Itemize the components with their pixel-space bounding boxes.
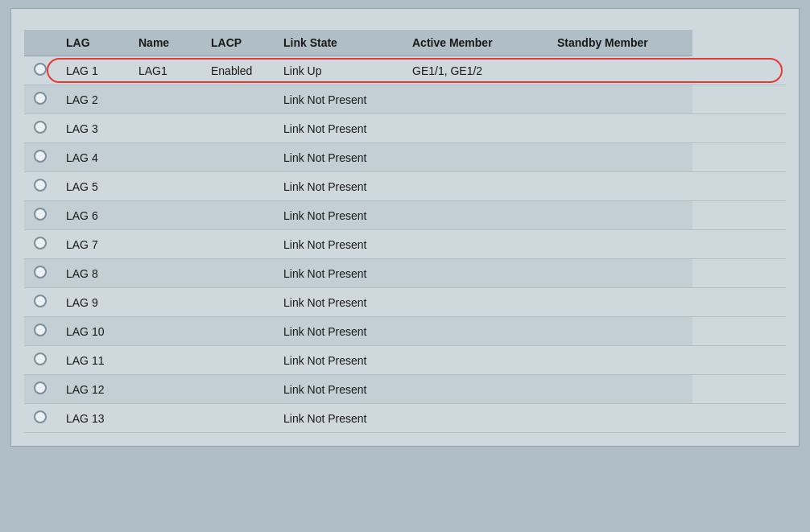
row-lacp [201, 201, 274, 230]
row-link-state: Link Not Present [274, 317, 403, 346]
row-lag-name [129, 375, 201, 404]
row-standby-member [548, 56, 692, 85]
row-lacp [201, 259, 274, 288]
row-lacp [201, 346, 274, 375]
row-active-member [403, 114, 548, 143]
table-body: LAG 1LAG1EnabledLink UpGE1/1, GE1/2LAG 2… [24, 56, 786, 433]
col-header-radio [24, 30, 56, 56]
row-lag-id: LAG 8 [56, 259, 129, 288]
row-lag-name [129, 201, 201, 230]
row-radio-cell [24, 375, 56, 404]
row-active-member [403, 317, 548, 346]
row-lacp [201, 114, 274, 143]
row-standby-member [548, 143, 692, 172]
row-radio-cell [24, 317, 56, 346]
radio-button[interactable] [34, 324, 47, 336]
row-lacp [201, 404, 274, 433]
radio-button[interactable] [34, 179, 47, 192]
table-row[interactable]: LAG 7Link Not Present [24, 230, 786, 259]
row-link-state: Link Not Present [274, 288, 403, 317]
table-row[interactable]: LAG 11Link Not Present [24, 346, 786, 375]
radio-button[interactable] [34, 237, 47, 250]
row-lag-id: LAG 2 [56, 85, 129, 114]
row-active-member [403, 230, 548, 259]
row-active-member [403, 85, 548, 114]
row-lacp [201, 230, 274, 259]
radio-button[interactable] [34, 295, 47, 307]
table-row[interactable]: LAG 10Link Not Present [24, 317, 786, 346]
row-radio-cell [24, 143, 56, 172]
row-standby-member [548, 201, 692, 230]
table-row[interactable]: LAG 3Link Not Present [24, 114, 786, 143]
table-row[interactable]: LAG 12Link Not Present [24, 375, 786, 404]
row-link-state: Link Not Present [274, 143, 403, 172]
radio-button[interactable] [34, 208, 47, 221]
row-lag-name [129, 288, 201, 317]
row-active-member [403, 288, 548, 317]
row-lag-id: LAG 4 [56, 143, 129, 172]
radio-button[interactable] [34, 150, 47, 163]
row-active-member: GE1/1, GE1/2 [403, 56, 548, 85]
table-row[interactable]: LAG 2Link Not Present [24, 85, 786, 114]
row-link-state: Link Up [274, 56, 403, 85]
row-lacp [201, 172, 274, 201]
row-lag-id: LAG 7 [56, 230, 129, 259]
row-active-member [403, 259, 548, 288]
row-active-member [403, 375, 548, 404]
row-lag-name [129, 143, 201, 172]
row-lacp [201, 85, 274, 114]
row-lag-id: LAG 1 [56, 56, 129, 85]
radio-button[interactable] [34, 410, 47, 423]
row-lag-name: LAG1 [129, 56, 201, 85]
row-link-state: Link Not Present [274, 201, 403, 230]
table-row[interactable]: LAG 8Link Not Present [24, 259, 786, 288]
row-radio-cell [24, 56, 56, 85]
row-lag-id: LAG 6 [56, 201, 129, 230]
row-radio-cell [24, 172, 56, 201]
row-standby-member [548, 230, 692, 259]
row-lacp [201, 317, 274, 346]
lag-table: LAG Name LACP Link State Active Member S… [24, 30, 786, 433]
table-row[interactable]: LAG 13Link Not Present [24, 404, 786, 433]
row-radio-cell [24, 288, 56, 317]
row-lacp: Enabled [201, 56, 274, 85]
col-header-standby: Standby Member [548, 30, 692, 56]
radio-button[interactable] [34, 121, 47, 134]
row-link-state: Link Not Present [274, 85, 403, 114]
row-radio-cell [24, 259, 56, 288]
table-row[interactable]: LAG 9Link Not Present [24, 288, 786, 317]
row-lag-id: LAG 12 [56, 375, 129, 404]
row-lag-id: LAG 10 [56, 317, 129, 346]
row-link-state: Link Not Present [274, 230, 403, 259]
row-lacp [201, 375, 274, 404]
row-standby-member [548, 172, 692, 201]
row-active-member [403, 172, 548, 201]
row-lag-name [129, 404, 201, 433]
row-standby-member [548, 404, 692, 433]
row-link-state: Link Not Present [274, 404, 403, 433]
row-active-member [403, 404, 548, 433]
table-row[interactable]: LAG 1LAG1EnabledLink UpGE1/1, GE1/2 [24, 56, 786, 85]
row-lag-id: LAG 5 [56, 172, 129, 201]
row-radio-cell [24, 404, 56, 433]
table-row[interactable]: LAG 5Link Not Present [24, 172, 786, 201]
table-header: LAG Name LACP Link State Active Member S… [24, 30, 786, 56]
row-radio-cell [24, 346, 56, 375]
col-header-name: Name [129, 30, 201, 56]
table-row[interactable]: LAG 4Link Not Present [24, 143, 786, 172]
row-lag-id: LAG 13 [56, 404, 129, 433]
row-lag-name [129, 230, 201, 259]
table-row[interactable]: LAG 6Link Not Present [24, 201, 786, 230]
radio-button[interactable] [34, 381, 47, 394]
row-active-member [403, 143, 548, 172]
row-active-member [403, 346, 548, 375]
row-standby-member [548, 85, 692, 114]
row-active-member [403, 201, 548, 230]
row-standby-member [548, 317, 692, 346]
row-lag-name [129, 172, 201, 201]
row-standby-member [548, 114, 692, 143]
radio-button[interactable] [34, 63, 47, 76]
radio-button[interactable] [34, 266, 47, 278]
radio-button[interactable] [34, 92, 47, 105]
radio-button[interactable] [34, 353, 47, 365]
